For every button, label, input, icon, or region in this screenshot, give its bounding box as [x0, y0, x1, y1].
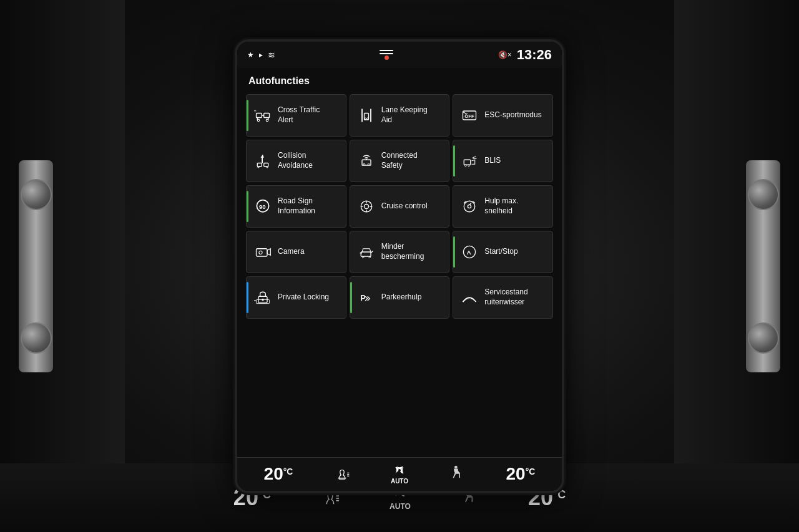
road-sign-information-button[interactable]: 90 Road SignInformation	[246, 185, 346, 228]
collision-avoidance-label: CollisionAvoidance	[278, 151, 313, 170]
status-bar: ★ ▸ ≋ 🔇× 13:26	[237, 42, 562, 68]
private-locking-label: Private Locking	[278, 293, 329, 302]
esc-sportmodus-button[interactable]: OFF ESC-sportmodus	[453, 94, 553, 137]
cross-traffic-alert-icon	[253, 105, 273, 125]
svg-point-9	[366, 117, 368, 119]
screen-content: Autofuncties	[237, 68, 562, 457]
svg-point-33	[464, 201, 476, 212]
main-screen: ★ ▸ ≋ 🔇× 13:26 Autofuncties	[237, 42, 562, 491]
fan-control[interactable]: AUTO	[391, 464, 408, 485]
parkeerhulp-button[interactable]: P Parkeerhulp	[350, 276, 450, 319]
hulp-max-snelheid-label: Hulp max.snelheid	[484, 196, 518, 216]
status-indicator	[247, 236, 248, 268]
svg-point-62	[398, 491, 402, 495]
esc-icon: OFF	[459, 105, 479, 125]
svg-point-28	[364, 204, 368, 208]
svg-text:A: A	[467, 249, 471, 256]
status-indicator	[453, 100, 455, 131]
esc-sportmodus-label: ESC-sportmodus	[484, 110, 541, 120]
svg-point-3	[257, 119, 260, 122]
camera-button[interactable]: Camera	[246, 231, 346, 273]
connected-safety-icon	[356, 151, 376, 171]
seat-icon[interactable]	[449, 465, 465, 484]
svg-point-58	[454, 465, 458, 468]
svg-rect-20	[464, 160, 471, 165]
svg-line-51	[463, 299, 466, 302]
seat-heat-icon[interactable]	[334, 466, 350, 482]
right-handle	[746, 160, 780, 372]
notification-dot	[385, 56, 389, 60]
parkeerhulp-label: Parkeerhulp	[381, 293, 422, 302]
status-icons-left: ★ ▸ ≋	[247, 50, 275, 60]
servicestand-ruitenwisser-button[interactable]: Servicestandruitenwisser	[453, 276, 553, 319]
blis-icon	[459, 151, 479, 171]
svg-rect-13	[264, 163, 268, 166]
collision-avoidance-button[interactable]: CollisionAvoidance	[246, 140, 346, 182]
wifi-icon: ≋	[268, 50, 275, 60]
left-top-knob	[21, 179, 52, 210]
status-indicator	[453, 145, 455, 177]
servicestand-ruitenwisser-label: Servicestandruitenwisser	[484, 288, 527, 307]
svg-rect-12	[257, 163, 262, 166]
bluetooth-icon: ★	[247, 51, 254, 59]
status-indicator	[350, 191, 352, 222]
road-sign-icon: 90	[253, 196, 273, 216]
protection-icon	[356, 242, 376, 262]
svg-rect-7	[364, 113, 368, 120]
status-indicator	[350, 100, 352, 131]
outer-seat-heat[interactable]	[321, 489, 340, 506]
svg-point-38	[259, 251, 262, 254]
private-locking-button[interactable]: Private Locking	[246, 276, 346, 319]
connected-safety-button[interactable]: ConnectedSafety	[350, 140, 450, 182]
lane-keeping-aid-label: Lane KeepingAid	[381, 105, 428, 125]
lane-keeping-aid-button[interactable]: Lane KeepingAid	[350, 94, 450, 137]
navigation-icon: ▸	[259, 51, 263, 59]
cross-traffic-alert-button[interactable]: Cross TrafficAlert	[246, 94, 346, 137]
svg-point-4	[266, 119, 268, 122]
svg-line-23	[473, 157, 476, 158]
minder-bescherming-button[interactable]: Minderbescherming	[350, 231, 450, 273]
status-indicator	[453, 191, 455, 222]
minder-bescherming-label: Minderbescherming	[381, 242, 424, 261]
blis-label: BLIS	[484, 156, 501, 166]
blis-button[interactable]: BLIS	[453, 140, 553, 182]
svg-point-17	[363, 163, 365, 165]
svg-line-43	[371, 251, 373, 253]
connected-safety-label: ConnectedSafety	[381, 151, 418, 170]
cruise-control-button[interactable]: Cruise control	[350, 185, 450, 228]
wiper-icon	[459, 288, 479, 307]
svg-point-18	[368, 163, 370, 165]
temp-right: 20°C	[506, 464, 536, 484]
status-icons-right: 🔇× 13:26	[498, 47, 552, 63]
svg-point-41	[369, 256, 371, 258]
page-title: Autofuncties	[246, 75, 553, 87]
svg-rect-1	[264, 113, 270, 117]
svg-point-21	[465, 165, 467, 167]
camera-label: Camera	[278, 247, 305, 257]
right-top-knob	[748, 179, 779, 210]
top-bar-center	[380, 50, 393, 60]
start-stop-label: Start/Stop	[484, 247, 517, 257]
camera-icon	[253, 242, 273, 262]
functions-grid: Cross TrafficAlert Lane KeepingAid	[246, 94, 553, 319]
status-indicator	[247, 100, 248, 131]
start-stop-button[interactable]: A Start/Stop	[453, 231, 553, 273]
svg-marker-37	[267, 248, 270, 255]
parking-icon: P	[356, 288, 376, 307]
left-bottom-knob	[21, 322, 52, 354]
svg-point-8	[365, 117, 366, 119]
cross-traffic-alert-label: Cross TrafficAlert	[278, 105, 320, 125]
hulp-max-snelheid-button[interactable]: Hulp max.snelheid	[453, 185, 553, 228]
start-stop-icon: A	[459, 242, 479, 262]
lane-keeping-aid-icon	[356, 105, 376, 125]
svg-text:90: 90	[259, 203, 266, 210]
status-indicator	[247, 191, 248, 222]
svg-point-15	[267, 166, 268, 168]
climate-controls: 20°C	[237, 457, 562, 491]
svg-point-19	[366, 158, 367, 160]
lock-icon	[253, 288, 273, 307]
speed-limit-icon	[459, 196, 479, 216]
status-indicator	[350, 236, 352, 268]
mute-icon: 🔇×	[498, 51, 512, 59]
hamburger-menu[interactable]	[380, 50, 393, 54]
